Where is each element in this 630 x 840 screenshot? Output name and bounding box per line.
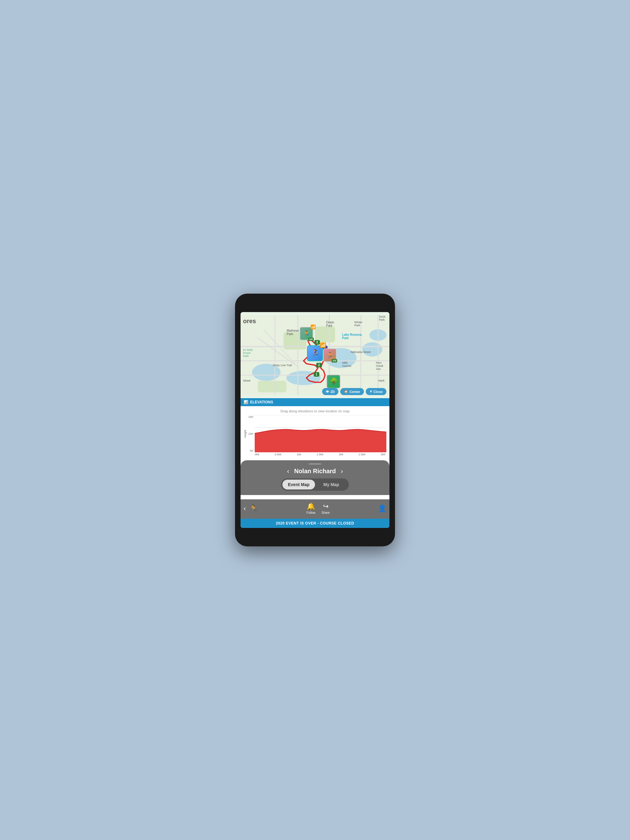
athlete-nav: ‹ Nolan Richard › xyxy=(245,467,385,475)
x-2.5mi: 2.5Mi xyxy=(358,453,365,456)
athlete-pin-female[interactable]: 🏃‍♀️ 📶 xyxy=(307,345,323,361)
status-bar: 2020 EVENT IS OVER - COURSE CLOSED xyxy=(241,519,389,528)
screen: ores MathewsPark OrwinPark WinterPark Do… xyxy=(241,312,389,528)
athlete-pin-kr[interactable]: 🏃 KR xyxy=(323,348,337,362)
svg-rect-8 xyxy=(258,381,287,392)
elevations-label: ELEVATIONS xyxy=(250,400,273,404)
next-athlete-button[interactable]: › xyxy=(341,468,343,475)
btn-close[interactable]: ✕ Close xyxy=(366,388,386,395)
x-0.5mi: 0.5Mi xyxy=(274,453,281,456)
map-label-orwin: OrwinPark xyxy=(326,321,334,327)
status-text: 2020 EVENT IS OVER - COURSE CLOSED xyxy=(276,521,354,526)
map-label-mills: MillsAvenue xyxy=(342,361,351,368)
toolbar-center: 🔔 Follow ↪ Share xyxy=(306,502,330,515)
map-label-lake: Lake RowenaPark xyxy=(342,333,362,340)
close-icon: ✕ xyxy=(369,390,372,393)
map-partial-text: ores xyxy=(243,317,256,325)
y-50: 50' xyxy=(250,449,253,452)
pin-badge-nr: NR xyxy=(308,338,314,341)
share-button[interactable]: ↪ Share xyxy=(321,502,330,515)
bell-icon: 🔔 xyxy=(307,502,315,510)
profile-icon: 👤 xyxy=(378,505,386,512)
map-label-mark: Mark xyxy=(378,379,385,382)
map-label-dinky: Dinky Line Trail xyxy=(273,364,292,367)
number-badge-2: 2 xyxy=(316,362,322,368)
follow-button[interactable]: 🔔 Follow xyxy=(306,502,315,515)
elevations-body: Drag along elevations to view location o… xyxy=(241,406,389,460)
number-badge-1: 1 xyxy=(314,371,319,377)
btn-2d[interactable]: 👁 2D xyxy=(322,388,339,395)
device: ores MathewsPark OrwinPark WinterPark Do… xyxy=(235,294,395,546)
tree-photo: 🌳 xyxy=(327,375,340,388)
drag-handle[interactable] xyxy=(309,463,321,464)
share-label: Share xyxy=(321,511,330,515)
athlete-pin-nr[interactable]: 🏃 📶 NR xyxy=(300,327,313,340)
x-1mi: 1Mi xyxy=(296,453,301,456)
wifi-icon-2: 📶 xyxy=(320,342,326,348)
x-0mi: 0Mi xyxy=(255,453,259,456)
share-icon: ↪ xyxy=(323,502,329,510)
pin-badge-kr: KR xyxy=(332,359,337,363)
map-type-toggle: Event Map My Map xyxy=(281,478,349,491)
svg-point-4 xyxy=(362,342,382,357)
bottom-toolbar: ‹ 🏃 🔔 Follow ↪ Share 👤 xyxy=(241,499,389,519)
wifi-icon: 📶 xyxy=(310,324,316,329)
back-button[interactable]: ‹ xyxy=(244,505,246,513)
map-label-street: Street xyxy=(243,379,250,382)
bottom-panel: ‹ Nolan Richard › Event Map My Map xyxy=(241,460,389,495)
map-label-nebraska: Nebraska Street xyxy=(351,351,371,354)
follow-label: Follow xyxy=(306,511,315,515)
map-controls: 👁 2D 🏠 Center ✕ Close xyxy=(322,388,386,395)
home-icon: 🏠 xyxy=(344,390,348,393)
elevations-instruction: Drag along elevations to view location o… xyxy=(244,409,386,413)
x-1.5mi: 1.5Mi xyxy=(317,453,323,456)
eye-icon: 👁 xyxy=(326,390,329,393)
map-label-dock: DockPark xyxy=(379,315,385,321)
map-label-beth: tor BethhnsonPark xyxy=(243,348,253,358)
btn-center[interactable]: 🏠 Center xyxy=(340,388,364,395)
map-label-mathews: MathewsPark xyxy=(287,329,299,336)
chart-icon: 📊 xyxy=(244,400,248,404)
athlete-name: Nolan Richard xyxy=(294,467,336,475)
profile-icon-area[interactable]: 👤 xyxy=(378,505,386,513)
y-150: 150' xyxy=(248,415,253,418)
svg-rect-19 xyxy=(269,368,304,373)
event-map-button[interactable]: Event Map xyxy=(282,480,315,489)
map-section: ores MathewsPark OrwinPark WinterPark Do… xyxy=(241,312,389,398)
y-axis-label: Height xyxy=(244,430,247,438)
runner-icon: 🏃 xyxy=(249,504,258,513)
x-3mi: 3Mi xyxy=(380,453,385,456)
map-label-fern: FernCreekAve. xyxy=(376,361,383,371)
map-label-winter: WinterPark xyxy=(355,321,362,327)
elevations-header: 📊 ELEVATIONS xyxy=(241,398,389,406)
elevation-chart xyxy=(255,415,386,452)
y-100: 100' xyxy=(248,432,253,435)
x-2mi: 2Mi xyxy=(339,453,343,456)
my-map-button[interactable]: My Map xyxy=(315,480,348,489)
x-axis-labels: 0Mi 0.5Mi 1Mi 1.5Mi 2Mi 2.5Mi 3Mi xyxy=(255,453,385,456)
prev-athlete-button[interactable]: ‹ xyxy=(287,468,289,475)
toolbar-left: ‹ 🏃 xyxy=(244,504,258,513)
